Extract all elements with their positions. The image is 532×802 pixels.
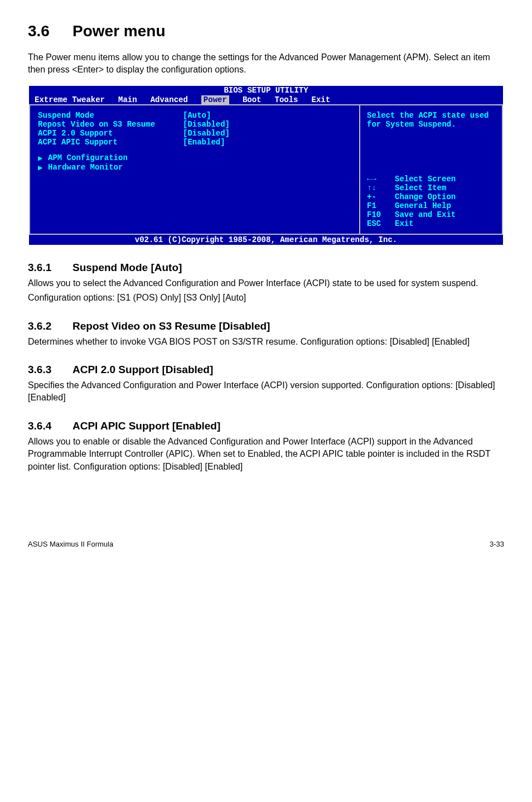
key-symbol: F1 <box>367 201 395 210</box>
intro-paragraph: The Power menu items allow you to change… <box>28 51 504 76</box>
key-desc: Select Item <box>395 183 446 192</box>
bios-tab[interactable]: Exit <box>312 95 331 104</box>
bios-tab[interactable]: Main <box>118 95 137 104</box>
key-desc: Save and Exit <box>395 210 456 219</box>
bios-option-value: [Disabled] <box>183 129 230 138</box>
subsection-heading: 3.6.4ACPI APIC Support [Enabled] <box>28 420 504 432</box>
footer-left: ASUS Maximus II Formula <box>28 540 113 548</box>
subsection-title: Suspend Mode [Auto] <box>72 262 182 273</box>
bios-body: Suspend Mode [Auto] Repost Video on S3 R… <box>29 104 503 235</box>
subsection-title: Repost Video on S3 Resume [Disabled] <box>72 320 270 332</box>
bios-option-label: ACPI APIC Support <box>38 138 183 147</box>
bios-submenu-label: APM Configuration <box>48 153 128 163</box>
bios-option-row[interactable]: Repost Video on S3 Resume [Disabled] <box>38 120 351 129</box>
body-paragraph: Specifies the Advanced Configuration and… <box>28 379 504 404</box>
key-desc: Change Option <box>395 192 456 201</box>
key-desc: General Help <box>395 201 451 210</box>
bios-option-label: Repost Video on S3 Resume <box>38 120 183 129</box>
bios-option-row[interactable]: ACPI 2.0 Support [Disabled] <box>38 129 351 138</box>
key-symbol: +- <box>367 192 395 201</box>
body-paragraph: Configuration options: [S1 (POS) Only] [… <box>28 292 504 304</box>
bios-tab-row: Extreme Tweaker Main Advanced Power Boot… <box>29 95 503 104</box>
bios-tab[interactable]: Tools <box>274 95 298 104</box>
bios-tab-selected[interactable]: Power <box>201 95 229 104</box>
body-paragraph: Allows you to enable or disable the Adva… <box>28 436 504 473</box>
submenu-arrow-icon: ▶ <box>38 163 48 172</box>
subsection-number: 3.6.2 <box>28 320 72 332</box>
subsection-number: 3.6.4 <box>28 420 72 432</box>
page-footer: ASUS Maximus II Formula 3-33 <box>28 540 504 548</box>
bios-option-value: [Disabled] <box>183 120 230 129</box>
bios-right-pane: Select the ACPI state used for System Su… <box>360 105 503 234</box>
bios-tab[interactable]: Boot <box>243 95 262 104</box>
bios-submenu-row[interactable]: ▶ Hardware Monitor <box>38 163 351 172</box>
bios-submenu-row[interactable]: ▶ APM Configuration <box>38 153 351 163</box>
body-paragraph: Allows you to select the Advanced Config… <box>28 277 504 289</box>
subsection-title: ACPI 2.0 Support [Disabled] <box>72 364 213 375</box>
footer-right: 3-33 <box>490 540 504 548</box>
key-desc: Select Screen <box>395 175 456 183</box>
subsection-heading: 3.6.1Suspend Mode [Auto] <box>28 262 504 274</box>
bios-option-value: [Enabled] <box>183 138 225 147</box>
bios-option-value: [Auto] <box>183 111 211 120</box>
subsection-title: ACPI APIC Support [Enabled] <box>72 420 220 432</box>
bios-screenshot: BIOS SETUP UTILITY Extreme Tweaker Main … <box>28 85 504 246</box>
subsection-heading: 3.6.2Repost Video on S3 Resume [Disabled… <box>28 320 504 332</box>
key-symbol: ESC <box>367 219 395 228</box>
subsection-number: 3.6.3 <box>28 364 72 376</box>
subsection-number: 3.6.1 <box>28 262 72 274</box>
section-title: Power menu <box>72 22 165 40</box>
bios-title: BIOS SETUP UTILITY <box>29 86 503 95</box>
bios-option-label: ACPI 2.0 Support <box>38 129 183 138</box>
subsection-heading: 3.6.3ACPI 2.0 Support [Disabled] <box>28 364 504 376</box>
bios-option-label: Suspend Mode <box>38 111 183 120</box>
section-number: 3.6 <box>28 22 72 40</box>
page-title: 3.6Power menu <box>28 22 504 40</box>
bios-tab[interactable]: Advanced <box>151 95 188 104</box>
bios-left-pane: Suspend Mode [Auto] Repost Video on S3 R… <box>29 105 360 234</box>
bios-footer: v02.61 (C)Copyright 1985-2008, American … <box>29 235 503 245</box>
key-desc: Exit <box>395 219 414 228</box>
submenu-arrow-icon: ▶ <box>38 153 48 163</box>
key-symbol: F10 <box>367 210 395 219</box>
body-paragraph: Determines whether to invoke VGA BIOS PO… <box>28 336 504 348</box>
bios-submenu-label: Hardware Monitor <box>48 163 123 172</box>
key-symbol: ↑↓ <box>367 183 395 192</box>
key-symbol: ←→ <box>367 175 395 183</box>
bios-help-text: Select the ACPI state used for System Su… <box>367 111 495 150</box>
bios-option-row[interactable]: Suspend Mode [Auto] <box>38 111 351 120</box>
bios-option-row[interactable]: ACPI APIC Support [Enabled] <box>38 138 351 147</box>
bios-key-legend: ←→Select Screen ↑↓Select Item +-Change O… <box>367 175 495 228</box>
bios-tab[interactable]: Extreme Tweaker <box>35 95 105 104</box>
